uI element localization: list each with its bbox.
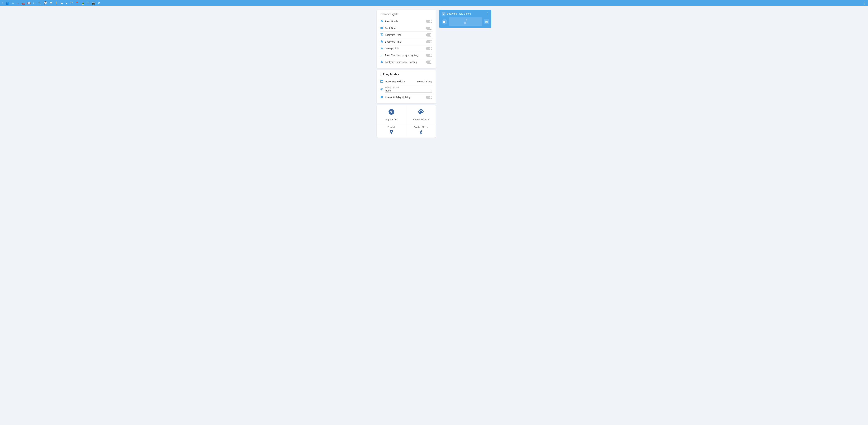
play-icon: ▶	[443, 20, 446, 24]
doorbell-motion-item[interactable]: Doorbell Motion	[406, 124, 436, 138]
upcoming-holiday-row: Upcoming Holiday Memorial Day	[379, 78, 433, 85]
sonos-play-button[interactable]: ▶	[442, 19, 447, 25]
people-icon[interactable]: 👥	[6, 2, 9, 5]
sonos-header: Backyard Patio Sonos ⋮	[442, 12, 489, 16]
exterior-lights-title: Exterior Lights	[379, 12, 433, 16]
chat-icon[interactable]: 💬	[44, 1, 47, 5]
holiday-lighting-select[interactable]: None Christmas Halloween Fourth of July …	[385, 89, 432, 92]
interior-holiday-row: Interior Holiday Lighting	[379, 94, 433, 101]
backyard-landscape-toggle[interactable]	[426, 61, 432, 64]
pin-icon[interactable]: 📍	[75, 2, 79, 5]
svg-rect-1	[389, 112, 393, 113]
building-icon[interactable]: 🏛	[50, 2, 53, 5]
backyard-landscape-label: Backyard Landscape Lighting	[385, 61, 426, 63]
wrench-icon[interactable]: 🔧	[38, 2, 41, 5]
camera-icon[interactable]: 📷	[92, 2, 95, 5]
svg-rect-0	[389, 111, 393, 112]
car-icon[interactable]: 🚗	[21, 2, 25, 5]
random-colors-label: Random Colors	[413, 118, 429, 121]
palette-icon	[417, 108, 425, 117]
sonos-more-button[interactable]: ⋮	[486, 12, 489, 16]
bed-icon[interactable]: ⚌	[17, 2, 19, 5]
center-panel: Exterior Lights Front Porch Back Door	[377, 10, 436, 138]
list-icon[interactable]: ☰	[87, 2, 90, 5]
holiday-lighting-icon	[380, 88, 385, 91]
bug-zapper-tile[interactable]: Bug Zapper	[377, 105, 406, 124]
gear-icon[interactable]: ⚙	[98, 2, 100, 5]
tiles-card: Bug Zapper Random Colors Doorbell	[377, 105, 436, 138]
sonos-body: ▶	[442, 18, 489, 26]
person-icon[interactable]: 🚶	[55, 2, 58, 5]
back-door-icon	[380, 26, 385, 30]
nav-icon[interactable]: ➤	[65, 2, 68, 5]
back-door-label: Back Door	[385, 27, 426, 30]
front-yard-toggle[interactable]	[426, 54, 432, 57]
doorbell-icon	[389, 129, 394, 135]
front-porch-toggle[interactable]	[426, 20, 432, 23]
play-circle-icon[interactable]: ▶	[61, 2, 63, 5]
interior-holiday-info: Interior Holiday Lighting	[385, 96, 426, 99]
backyard-patio-toggle[interactable]	[426, 40, 432, 43]
right-panel: Backyard Patio Sonos ⋮ ▶	[439, 10, 491, 28]
svg-point-2	[391, 110, 392, 110]
holiday-lighting-select-wrapper[interactable]: None Christmas Halloween Fourth of July …	[385, 89, 432, 92]
garage-toggle[interactable]	[426, 47, 432, 50]
interior-holiday-toggle[interactable]	[426, 96, 432, 99]
backyard-deck-toggle[interactable]	[426, 33, 432, 36]
scissors-icon[interactable]: ✂	[33, 2, 35, 5]
sonos-card: Backyard Patio Sonos ⋮ ▶	[439, 10, 491, 28]
upcoming-holiday-icon	[380, 80, 385, 84]
doorbell-item[interactable]: Doorbell	[377, 124, 406, 138]
upcoming-holiday-value: Memorial Day	[417, 80, 432, 83]
badge-icon[interactable]: 🎍	[81, 2, 85, 5]
bug-zapper-label: Bug Zapper	[385, 118, 397, 121]
front-yard-icon	[380, 53, 385, 57]
holiday-modes-card: Holiday Modes Upcoming Holiday Memorial …	[377, 70, 436, 103]
upcoming-holiday-label: Upcoming Holiday	[385, 80, 405, 83]
backyard-patio-icon	[380, 40, 385, 44]
shield-icon[interactable]: 🛡	[70, 2, 73, 5]
doorbell-motion-label: Doorbell Motion	[414, 126, 428, 128]
tools-icon[interactable]: ✂	[12, 2, 14, 5]
garage-label: Garage Light	[385, 47, 426, 50]
backyard-deck-icon	[380, 33, 385, 37]
doorbell-label: Doorbell	[388, 126, 395, 128]
light-row-garage: Garage Light	[379, 45, 433, 52]
backyard-patio-label: Backyard Patio	[385, 40, 426, 43]
holiday-modes-title: Holiday Modes	[379, 73, 433, 76]
front-porch-icon	[380, 20, 385, 23]
front-porch-label: Front Porch	[385, 20, 426, 23]
main-content: Exterior Lights Front Porch Back Door	[0, 6, 868, 141]
back-door-toggle[interactable]	[426, 27, 432, 30]
more-button[interactable]: ⋮	[863, 1, 866, 5]
holiday-lighting-select-group: Holiday Lighting None Christmas Hallowee…	[385, 86, 432, 92]
light-row-backyard-landscape: Backyard Landscape Lighting	[379, 59, 433, 65]
front-yard-label: Front Yard Landscape Lighting	[385, 54, 426, 57]
sonos-album-art	[449, 18, 482, 26]
light-row-backyard-patio: Backyard Patio	[379, 38, 433, 45]
holiday-lighting-sublabel: Holiday Lighting	[385, 86, 432, 89]
backyard-deck-label: Backyard Deck	[385, 34, 426, 36]
light-row-back-door: Back Door	[379, 25, 433, 32]
light-row-front-yard: Front Yard Landscape Lighting	[379, 52, 433, 59]
random-colors-tile[interactable]: Random Colors	[406, 105, 436, 124]
upcoming-holiday-info: Upcoming Holiday	[385, 80, 417, 83]
sonos-save-button[interactable]	[484, 19, 489, 24]
light-row-front-porch: Front Porch	[379, 18, 433, 25]
garage-icon	[380, 47, 385, 51]
doorbell-row: Doorbell Doorbell Motion	[377, 124, 436, 138]
holiday-lighting-row: Holiday Lighting None Christmas Hallowee…	[379, 85, 433, 94]
exterior-lights-card: Exterior Lights Front Porch Back Door	[377, 10, 436, 68]
light-row-backyard-deck: Backyard Deck	[379, 32, 433, 38]
book-icon[interactable]: 📖	[27, 2, 31, 5]
interior-holiday-label: Interior Holiday Lighting	[385, 96, 410, 99]
topbar: ⌂ 👥 ✂ ⚌ 🚗 📖 ✂ 🔧 💬 🏛 🚶 ▶ ➤ 🛡 📍 🎍 ☰ 📷 ⚙ ⋮	[0, 0, 868, 6]
tiles-row: Bug Zapper Random Colors	[377, 105, 436, 124]
home-icon[interactable]: ⌂	[2, 2, 3, 5]
sonos-title: Backyard Patio Sonos	[447, 12, 485, 15]
interior-holiday-icon	[380, 95, 385, 99]
bug-zapper-icon	[388, 108, 395, 117]
motion-icon	[418, 129, 424, 135]
sonos-device-icon	[442, 12, 445, 16]
backyard-landscape-icon	[380, 60, 385, 64]
